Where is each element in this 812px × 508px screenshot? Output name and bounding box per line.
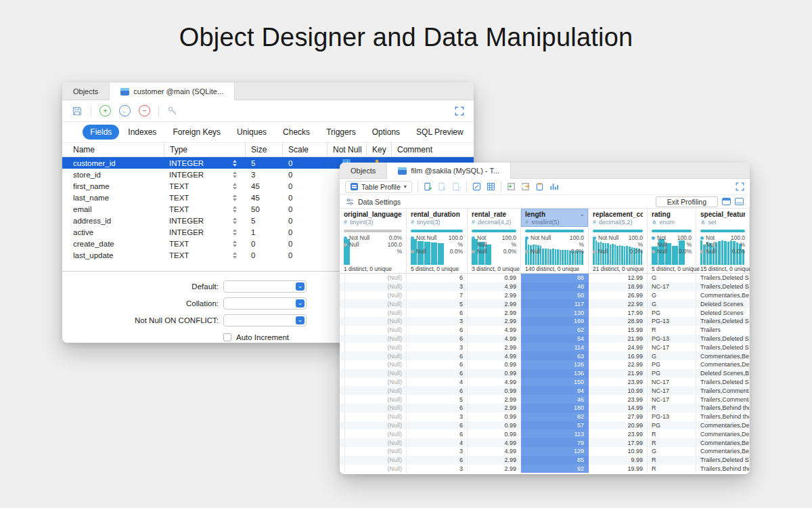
- data-cell-replacement_cost: 23.99: [589, 395, 648, 404]
- data-row[interactable]: (Null)34.994818.99NC-17Trailers,Deleted …: [340, 282, 750, 291]
- profile-panel-header[interactable]: replacement_cost#decimal(5,2): [589, 209, 647, 227]
- default-select[interactable]: ⌄: [223, 280, 307, 293]
- data-row[interactable]: (Null)62.9918014.99RTrailers,Behind the …: [340, 404, 750, 412]
- copy-icon[interactable]: [535, 182, 544, 191]
- data-row[interactable]: (Null)32.9916928.99PG-13Trailers,Deleted…: [340, 317, 750, 326]
- column-header-type[interactable]: Type: [164, 143, 245, 156]
- data-row[interactable]: (Null)44.997917.99RCommentaries,Behind t…: [340, 438, 750, 447]
- tab-checks[interactable]: Checks: [275, 125, 317, 140]
- data-row[interactable]: (Null)60.9911323.99RCommentaries,Deleted…: [340, 429, 750, 438]
- add-field-icon[interactable]: +: [99, 105, 111, 117]
- spinner-icon[interactable]: [233, 240, 237, 247]
- data-row[interactable]: (Null)64.995421.99PG-13Trailers,Deleted …: [340, 335, 750, 343]
- profile-panel-header[interactable]: original_language_id#tinyint(3): [340, 209, 406, 227]
- data-row[interactable]: (Null)44.9915023.99NC-17Trailers,Deleted…: [340, 378, 750, 387]
- profile-panel-header[interactable]: rating⋔enum: [648, 209, 696, 227]
- legend-label: Not Null: [531, 234, 551, 241]
- spinner-icon[interactable]: [233, 160, 237, 167]
- tab-objects[interactable]: Objects: [62, 83, 110, 100]
- data-row[interactable]: (Null)62.9913017.99PGDeleted Scenes: [340, 308, 750, 317]
- conflict-select[interactable]: ⌄: [223, 314, 307, 326]
- column-header-key[interactable]: Key: [366, 143, 391, 156]
- spinner-icon[interactable]: [233, 229, 237, 236]
- tab-customer-table[interactable]: customer @main (SQLite...: [110, 83, 235, 100]
- profile-panel-original_language_id[interactable]: original_language_id#tinyint(3)Not Null0…: [340, 209, 407, 273]
- data-row[interactable]: (Null)72.995026.99GCommentaries,Behind t…: [340, 291, 750, 300]
- auto-increment-checkbox[interactable]: [223, 333, 231, 341]
- data-row[interactable]: (Null)52.994623.99NC-17Trailers,Commenta…: [340, 395, 750, 404]
- tab-objects[interactable]: Objects: [340, 163, 387, 178]
- data-row[interactable]: (Null)62.99859.99RTrailers,Deleted Scene…: [340, 456, 750, 465]
- profile-panel-header[interactable]: special_features⋔set: [696, 209, 749, 227]
- profile-column-name: rental_rate: [472, 211, 516, 218]
- tab-film-table[interactable]: film @sakila (MySQL) - T...: [387, 163, 511, 179]
- legend-not-null: Not Null100.0 %: [700, 234, 745, 248]
- collation-select[interactable]: ⌄: [223, 297, 307, 310]
- data-row[interactable]: (Null)60.998612.99GTrailers,Deleted Scen…: [340, 274, 750, 282]
- profile-panel-header[interactable]: rental_duration#tinyint(3): [407, 209, 467, 227]
- insert-field-icon[interactable]: ←: [119, 105, 131, 117]
- data-row[interactable]: (Null)60.999410.99NC-17Trailers,Commenta…: [340, 386, 750, 395]
- profile-panel-header[interactable]: rental_rate#decimal(4,2): [468, 209, 520, 227]
- edit-record-icon[interactable]: [472, 182, 481, 191]
- apply-changes-icon[interactable]: [424, 182, 432, 191]
- data-row[interactable]: (Null)60.9913621.99PGDeleted Scenes,Behi…: [340, 369, 750, 378]
- profile-panel-rating[interactable]: rating⋔enumNot Null100.0 %Null0.0%5 dist…: [648, 209, 696, 273]
- spinner-icon[interactable]: [233, 183, 237, 190]
- split-window-icon[interactable]: [722, 198, 731, 205]
- spinner-icon[interactable]: [233, 194, 237, 201]
- fullscreen-icon[interactable]: [455, 106, 464, 116]
- panel-layout-icon[interactable]: [735, 198, 744, 205]
- import-icon[interactable]: [507, 182, 516, 191]
- spinner-icon[interactable]: [233, 171, 237, 178]
- profile-panel-header[interactable]: length#smallint(5)⌄: [521, 209, 588, 227]
- tab-fields[interactable]: Fields: [83, 125, 119, 140]
- data-row[interactable]: (Null)32.9911424.99NC-17Trailers,Deleted…: [340, 343, 750, 352]
- profile-panel-special_features[interactable]: special_features⋔setNot Null100.0 %Null0…: [696, 209, 750, 273]
- column-header-not-null[interactable]: Not Null: [327, 143, 366, 156]
- tab-uniques[interactable]: Uniques: [229, 125, 274, 140]
- column-header-name[interactable]: Name: [62, 143, 164, 156]
- spinner-icon[interactable]: [233, 217, 237, 224]
- tab-sql-preview[interactable]: SQL Preview: [409, 125, 471, 140]
- column-header-scale[interactable]: Scale: [282, 143, 327, 156]
- tab-triggers[interactable]: Triggers: [319, 125, 363, 140]
- refresh-icon[interactable]: [452, 182, 461, 191]
- fullscreen-icon[interactable]: [736, 182, 744, 191]
- legend-null: Null0.0%: [472, 248, 516, 255]
- save-icon[interactable]: [72, 106, 83, 117]
- delete-field-icon[interactable]: −: [139, 105, 150, 117]
- row-gutter: [340, 308, 345, 317]
- data-row[interactable]: (Null)60.9912622.99PGCommentaries,Delete…: [340, 360, 750, 369]
- profile-panel-rental_rate[interactable]: rental_rate#decimal(4,2)Not Null100.0 %N…: [468, 209, 521, 273]
- exit-profiling-button[interactable]: Exit Profiling: [656, 196, 718, 207]
- spinner-icon[interactable]: [233, 252, 237, 259]
- export-icon[interactable]: [521, 182, 530, 191]
- column-header-size[interactable]: Size: [245, 143, 282, 156]
- data-settings-icon[interactable]: [346, 198, 354, 206]
- data-row[interactable]: (Null)52.9911722.99GDeleted Scenes: [340, 299, 750, 308]
- null-ratio-bar: [344, 230, 402, 232]
- table-profile-button[interactable]: Table Profile ▾: [345, 181, 412, 193]
- data-row[interactable]: (Null)64.996215.99RTrailers: [340, 326, 750, 335]
- tab-foreign-keys[interactable]: Foreign Keys: [165, 125, 228, 140]
- data-row[interactable]: (Null)32.999219.99RTrailers,Behind the S…: [340, 465, 750, 473]
- data-row[interactable]: (Null)60.995720.99PGCommentaries,Deleted…: [340, 421, 750, 430]
- data-row[interactable]: (Null)34.9912910.99GCommentaries,Behind …: [340, 447, 750, 456]
- data-cell-rental_rate: 2.99: [468, 299, 521, 308]
- column-header-comment[interactable]: Comment: [391, 143, 474, 156]
- discard-changes-icon[interactable]: [438, 182, 447, 191]
- profile-panel-replacement_cost[interactable]: replacement_cost#decimal(5,2)Not Null100…: [589, 209, 648, 273]
- profile-panel-rental_duration[interactable]: rental_duration#tinyint(3)Not Null100.0 …: [407, 209, 468, 273]
- chart-icon[interactable]: [549, 182, 558, 191]
- spinner-icon[interactable]: [233, 206, 237, 213]
- data-cell-replacement_cost: 20.99: [589, 421, 648, 430]
- data-row[interactable]: (Null)30.998227.99PG-13Trailers,Behind t…: [340, 412, 750, 421]
- tab-options[interactable]: Options: [365, 125, 407, 140]
- tab-indexes[interactable]: Indexes: [120, 125, 164, 140]
- data-cell-original_language_id: (Null): [345, 291, 407, 300]
- primary-key-icon[interactable]: [167, 106, 178, 117]
- data-row[interactable]: (Null)64.996316.99GCommentaries,Behind t…: [340, 352, 750, 360]
- profile-panel-length[interactable]: length#smallint(5)⌄Not Null100.0 %Null0.…: [521, 209, 589, 273]
- grid-view-icon[interactable]: [487, 182, 495, 191]
